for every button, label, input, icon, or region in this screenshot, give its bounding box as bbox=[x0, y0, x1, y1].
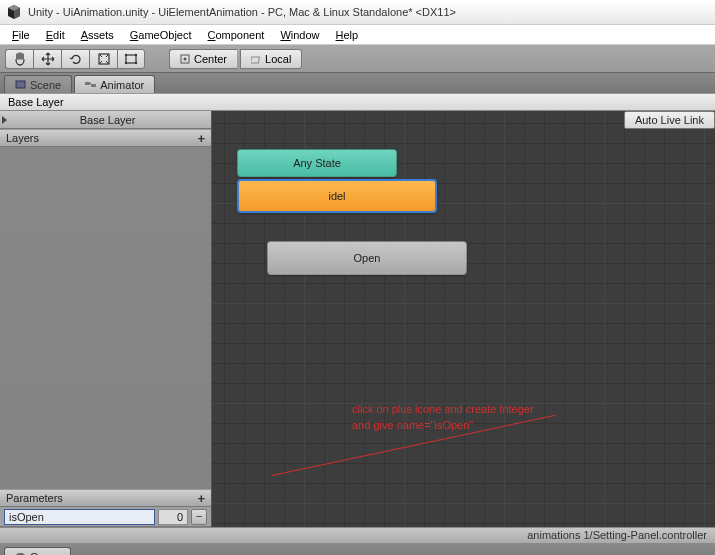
auto-live-link-button[interactable]: Auto Live Link bbox=[624, 111, 715, 129]
annotation-text: click on plus icone and create Integer a… bbox=[352, 401, 534, 433]
animator-icon bbox=[85, 79, 96, 90]
parameter-value-input[interactable] bbox=[158, 509, 188, 525]
animator-sidebar: Base Layer Layers + Parameters + − bbox=[0, 111, 212, 527]
svg-rect-11 bbox=[251, 57, 259, 63]
sidebar-spacer bbox=[0, 147, 211, 489]
menu-gameobject[interactable]: GameObject bbox=[122, 27, 200, 43]
scene-icon bbox=[15, 79, 26, 90]
status-text: animations 1/Setting-Panel.controller bbox=[527, 529, 707, 541]
rotate-tool-button[interactable] bbox=[61, 49, 89, 69]
editor-tabs: Scene Animator bbox=[0, 73, 715, 93]
animator-main: Base Layer Layers + Parameters + − Auto … bbox=[0, 111, 715, 527]
svg-point-8 bbox=[135, 61, 137, 63]
layers-panel-header: Layers + bbox=[0, 129, 211, 147]
unity-logo-icon bbox=[6, 4, 22, 20]
tab-game[interactable]: Game bbox=[4, 547, 71, 555]
menu-component[interactable]: Component bbox=[200, 27, 273, 43]
menu-help[interactable]: Help bbox=[328, 27, 367, 43]
add-parameter-button[interactable]: + bbox=[197, 491, 205, 506]
remove-parameter-button[interactable]: − bbox=[191, 509, 207, 525]
pivot-rotation-label: Local bbox=[265, 53, 291, 65]
current-layer-label: Base Layer bbox=[4, 114, 211, 126]
bottom-tabs: Game bbox=[0, 543, 715, 555]
tab-animator-label: Animator bbox=[100, 79, 144, 91]
transform-tools bbox=[5, 49, 145, 69]
status-bar: animations 1/Setting-Panel.controller bbox=[0, 527, 715, 543]
state-node-open[interactable]: Open bbox=[267, 241, 467, 275]
annotation-line1: click on plus icone and create Integer bbox=[352, 401, 534, 417]
svg-rect-12 bbox=[16, 81, 25, 88]
pivot-rotation-button[interactable]: Local bbox=[240, 49, 302, 69]
pivot-mode-button[interactable]: Center bbox=[169, 49, 237, 69]
tab-game-label: Game bbox=[30, 551, 60, 556]
parameter-row: − bbox=[0, 507, 211, 527]
layers-label: Layers bbox=[6, 132, 39, 144]
breadcrumb-layer[interactable]: Base Layer bbox=[8, 96, 64, 108]
move-tool-button[interactable] bbox=[33, 49, 61, 69]
svg-point-7 bbox=[125, 61, 127, 63]
tab-scene[interactable]: Scene bbox=[4, 75, 72, 93]
svg-rect-14 bbox=[91, 84, 96, 87]
window-title: Unity - UiAnimation.unity - UiElementAni… bbox=[28, 6, 456, 18]
svg-point-10 bbox=[184, 57, 187, 60]
node-label: Any State bbox=[293, 157, 341, 169]
parameter-name-input[interactable] bbox=[4, 509, 155, 525]
center-icon bbox=[180, 54, 190, 64]
local-icon bbox=[251, 54, 261, 64]
parameters-label: Parameters bbox=[6, 492, 63, 504]
tab-animator[interactable]: Animator bbox=[74, 75, 155, 93]
breadcrumb-bar: Base Layer bbox=[0, 93, 715, 111]
svg-point-6 bbox=[135, 53, 137, 55]
auto-live-link-label: Auto Live Link bbox=[635, 114, 704, 126]
menubar: File Edit Assets GameObject Component Wi… bbox=[0, 25, 715, 45]
toolbar: Center Local bbox=[0, 45, 715, 73]
hand-tool-button[interactable] bbox=[5, 49, 33, 69]
play-arrow-icon bbox=[2, 116, 7, 124]
game-icon bbox=[15, 551, 26, 555]
state-node-idel[interactable]: idel bbox=[237, 179, 437, 213]
pivot-mode-label: Center bbox=[194, 53, 227, 65]
add-layer-button[interactable]: + bbox=[197, 131, 205, 146]
scale-tool-button[interactable] bbox=[89, 49, 117, 69]
menu-file[interactable]: File bbox=[4, 27, 38, 43]
svg-rect-4 bbox=[126, 55, 136, 63]
menu-window[interactable]: Window bbox=[272, 27, 327, 43]
menu-assets[interactable]: Assets bbox=[73, 27, 122, 43]
rect-tool-button[interactable] bbox=[117, 49, 145, 69]
menu-edit[interactable]: Edit bbox=[38, 27, 73, 43]
node-label: idel bbox=[328, 190, 345, 202]
window-titlebar: Unity - UiAnimation.unity - UiElementAni… bbox=[0, 0, 715, 25]
svg-point-5 bbox=[125, 53, 127, 55]
parameters-panel-header: Parameters + bbox=[0, 489, 211, 507]
state-node-any-state[interactable]: Any State bbox=[237, 149, 397, 177]
current-layer-row[interactable]: Base Layer bbox=[0, 111, 211, 129]
svg-rect-13 bbox=[85, 82, 90, 85]
tab-scene-label: Scene bbox=[30, 79, 61, 91]
node-label: Open bbox=[354, 252, 381, 264]
animator-graph[interactable]: Auto Live Link Any State idel Open click… bbox=[212, 111, 715, 527]
